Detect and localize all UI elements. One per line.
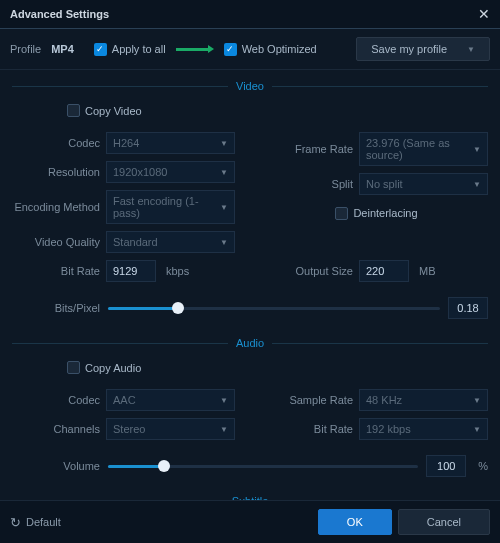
framerate-select[interactable]: 23.976 (Same as source)▼ (359, 132, 488, 166)
framerate-label: Frame Rate (265, 143, 353, 155)
ok-button[interactable]: OK (318, 509, 392, 535)
volume-slider[interactable] (108, 465, 418, 468)
outputsize-unit: MB (419, 265, 436, 277)
web-optimized-label: Web Optimized (242, 43, 317, 55)
bitspixel-slider[interactable] (108, 307, 440, 310)
profile-label: Profile (10, 43, 41, 55)
video-section-title: Video (228, 80, 272, 92)
top-row: Profile MP4 ✓ Apply to all ✓ Web Optimiz… (0, 29, 500, 70)
audio-bitrate-select[interactable]: 192 kbps▼ (359, 418, 488, 440)
samplerate-label: Sample Rate (265, 394, 353, 406)
chevron-down-icon: ▼ (473, 425, 481, 434)
channels-label: Channels (12, 423, 100, 435)
default-label: Default (26, 516, 61, 528)
chevron-down-icon: ▼ (220, 396, 228, 405)
codec-label: Codec (12, 137, 100, 149)
save-profile-button[interactable]: Save my profile ▼ (356, 37, 490, 61)
slider-thumb-icon[interactable] (172, 302, 184, 314)
audio-codec-label: Codec (12, 394, 100, 406)
profile-value: MP4 (51, 43, 74, 55)
bitrate-unit: kbps (166, 265, 189, 277)
refresh-icon: ↻ (10, 515, 21, 530)
chevron-down-icon: ▼ (220, 238, 228, 247)
chevron-down-icon: ▼ (220, 203, 228, 212)
video-codec-select[interactable]: H264▼ (106, 132, 235, 154)
default-button[interactable]: ↻ Default (10, 515, 61, 530)
split-select[interactable]: No split▼ (359, 173, 488, 195)
chevron-down-icon: ▼ (220, 425, 228, 434)
samplerate-select[interactable]: 48 KHz▼ (359, 389, 488, 411)
apply-to-all-checkbox[interactable]: ✓ Apply to all (94, 43, 166, 56)
audio-section-header: Audio (12, 327, 488, 355)
footer: ↻ Default OK Cancel (0, 500, 500, 543)
channels-select[interactable]: Stereo▼ (106, 418, 235, 440)
deinterlacing-label: Deinterlacing (353, 207, 417, 219)
deinterlacing-checkbox[interactable]: Deinterlacing (335, 207, 417, 220)
close-icon[interactable]: ✕ (478, 6, 490, 22)
quality-label: Video Quality (12, 236, 100, 248)
copy-audio-label: Copy Audio (85, 362, 141, 374)
checkbox-unchecked-icon (335, 207, 348, 220)
audio-section-title: Audio (228, 337, 272, 349)
chevron-down-icon: ▼ (473, 145, 481, 154)
window-title: Advanced Settings (10, 8, 109, 20)
video-section-header: Video (12, 70, 488, 98)
checkbox-checked-icon: ✓ (224, 43, 237, 56)
volume-unit: % (478, 460, 488, 472)
chevron-down-icon: ▼ (220, 139, 228, 148)
cancel-button[interactable]: Cancel (398, 509, 490, 535)
arrow-icon (176, 45, 214, 53)
video-quality-select[interactable]: Standard▼ (106, 231, 235, 253)
split-label: Split (265, 178, 353, 190)
copy-audio-checkbox[interactable]: Copy Audio (67, 361, 488, 374)
outputsize-label: Output Size (265, 265, 353, 277)
titlebar: Advanced Settings ✕ (0, 0, 500, 29)
apply-to-all-label: Apply to all (112, 43, 166, 55)
resolution-select[interactable]: 1920x1080▼ (106, 161, 235, 183)
copy-video-checkbox[interactable]: Copy Video (67, 104, 488, 117)
web-optimized-checkbox[interactable]: ✓ Web Optimized (224, 43, 317, 56)
chevron-down-icon: ▼ (467, 45, 475, 54)
video-bitrate-input[interactable]: 9129 (106, 260, 156, 282)
chevron-down-icon: ▼ (473, 396, 481, 405)
audio-bitrate-label: Bit Rate (265, 423, 353, 435)
copy-video-label: Copy Video (85, 105, 142, 117)
bitspixel-value[interactable]: 0.18 (448, 297, 488, 319)
volume-label: Volume (12, 460, 100, 472)
checkbox-checked-icon: ✓ (94, 43, 107, 56)
bitrate-label: Bit Rate (12, 265, 100, 277)
chevron-down-icon: ▼ (473, 180, 481, 189)
outputsize-input[interactable]: 220 (359, 260, 409, 282)
bitspixel-label: Bits/Pixel (12, 302, 100, 314)
checkbox-unchecked-icon (67, 104, 80, 117)
chevron-down-icon: ▼ (220, 168, 228, 177)
slider-thumb-icon[interactable] (158, 460, 170, 472)
resolution-label: Resolution (12, 166, 100, 178)
checkbox-unchecked-icon (67, 361, 80, 374)
save-profile-label: Save my profile (371, 43, 447, 55)
volume-value[interactable]: 100 (426, 455, 466, 477)
encoding-method-select[interactable]: Fast encoding (1-pass)▼ (106, 190, 235, 224)
audio-codec-select[interactable]: AAC▼ (106, 389, 235, 411)
encoding-label: Encoding Method (12, 201, 100, 213)
